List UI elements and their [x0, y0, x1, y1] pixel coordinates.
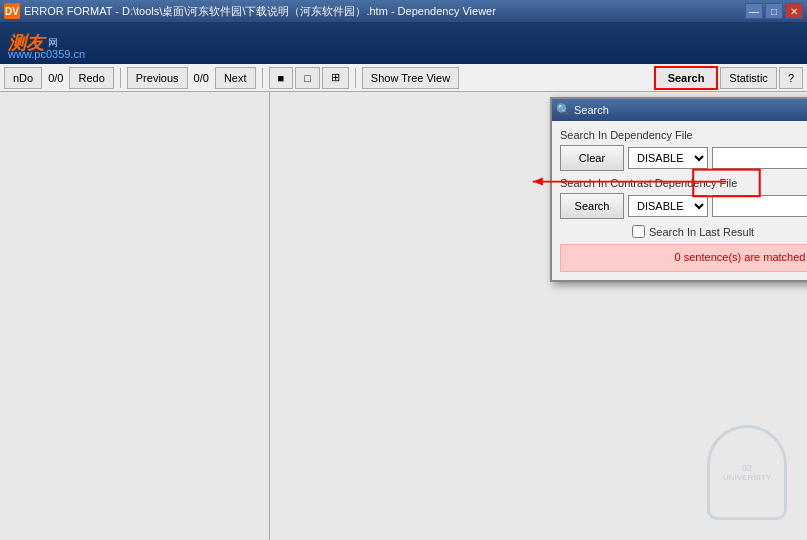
contrast-dep-dropdown[interactable]: DISABLE ENABLE [628, 195, 708, 217]
last-result-label: Search In Last Result [649, 226, 754, 238]
clear-button[interactable]: Clear [560, 145, 624, 171]
search-row: Search DISABLE ENABLE [560, 193, 807, 219]
right-panel: 02 UNIVERSITY 🔍 Search — □ ✕ Search In D… [270, 92, 807, 540]
dep-file-dropdown[interactable]: DISABLE ENABLE [628, 147, 708, 169]
show-tree-button[interactable]: Show Tree View [362, 67, 459, 89]
toolbar: nDo 0/0 Redo Previous 0/0 Next ■ □ ⊞ Sho… [0, 64, 807, 92]
results-area: 0 sentence(s) are matched [560, 244, 807, 272]
watermark-shield: 02 UNIVERSITY [707, 425, 787, 520]
icon-btn-1[interactable]: ■ [269, 67, 294, 89]
next-button[interactable]: Next [215, 67, 256, 89]
last-result-row: Search In Last Result [560, 225, 807, 238]
window-controls: — □ ✕ [745, 3, 803, 19]
redo-button[interactable]: Redo [69, 67, 113, 89]
results-text: 0 sentence(s) are matched [675, 251, 806, 263]
statistic-button[interactable]: Statistic [720, 67, 777, 89]
svg-marker-3 [533, 178, 543, 186]
logo-url: www.pc0359.cn [8, 48, 85, 60]
close-button[interactable]: ✕ [785, 3, 803, 19]
dialog-icon: 🔍 [556, 103, 570, 117]
watermark-year: 02 [742, 463, 752, 473]
dialog-body: Search In Dependency File Clear DISABLE … [552, 121, 807, 280]
left-panel [0, 92, 270, 540]
nav-counter: 0/0 [190, 72, 213, 84]
icon-btn-2[interactable]: □ [295, 67, 320, 89]
watermark-text: UNIVERSITY [723, 473, 771, 482]
dialog-title-text: Search [574, 104, 807, 116]
dep-file-fields: DISABLE ENABLE [628, 147, 807, 169]
dep-file-input[interactable] [712, 147, 807, 169]
search-dialog: 🔍 Search — □ ✕ Search In Dependency File… [550, 97, 807, 282]
maximize-button[interactable]: □ [765, 3, 783, 19]
clear-row: Clear DISABLE ENABLE [560, 145, 807, 171]
minimize-button[interactable]: — [745, 3, 763, 19]
title-bar: DV ERROR FORMAT - D:\tools\桌面\河东软件园\下载说明… [0, 0, 807, 22]
contrast-dep-fields: DISABLE ENABLE [628, 195, 807, 217]
help-button[interactable]: ? [779, 67, 803, 89]
title-text: ERROR FORMAT - D:\tools\桌面\河东软件园\下载说明（河东… [24, 4, 745, 19]
watermark: 02 UNIVERSITY [707, 425, 787, 520]
icon-btn-3[interactable]: ⊞ [322, 67, 349, 89]
sep-1 [120, 68, 121, 88]
contrast-dep-input[interactable] [712, 195, 807, 217]
last-result-checkbox[interactable] [632, 225, 645, 238]
sep-2 [262, 68, 263, 88]
dialog-title-bar: 🔍 Search — □ ✕ [552, 99, 807, 121]
sep-3 [355, 68, 356, 88]
logo-bar: 测友 网 www.pc0359.cn [0, 22, 807, 64]
search-dialog-button[interactable]: Search [560, 193, 624, 219]
search-toolbar-button[interactable]: Search [654, 66, 719, 90]
app-icon: DV [4, 3, 20, 19]
undo-button[interactable]: nDo [4, 67, 42, 89]
contrast-dep-label: Search In Contrast Dependency File [560, 177, 807, 189]
undo-counter: 0/0 [44, 72, 67, 84]
previous-button[interactable]: Previous [127, 67, 188, 89]
main-area: 02 UNIVERSITY 🔍 Search — □ ✕ Search In D… [0, 92, 807, 540]
dep-file-label: Search In Dependency File [560, 129, 807, 141]
